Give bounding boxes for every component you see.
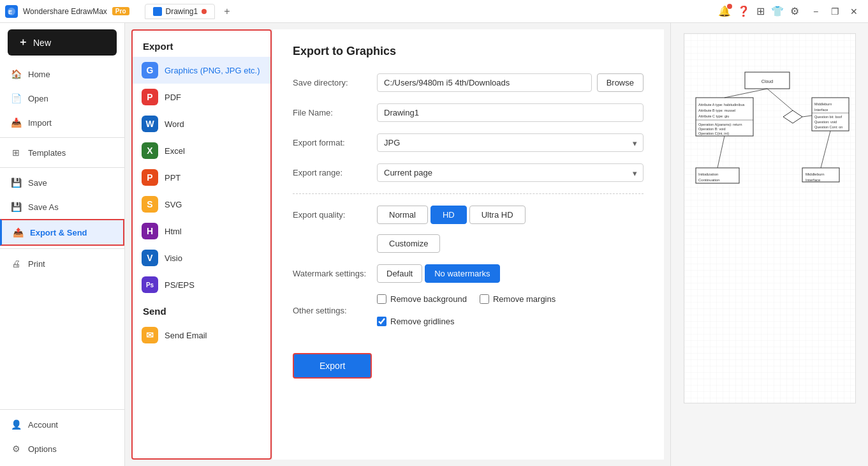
export-range-label: Export range: bbox=[293, 168, 369, 177]
file-name-input[interactable] bbox=[377, 103, 644, 122]
sidebar-item-templates[interactable]: ⊞ Templates bbox=[0, 140, 124, 165]
svg-text:Operation C(int, int): Operation C(int, int) bbox=[698, 132, 729, 135]
watermark-default-button[interactable]: Default bbox=[377, 264, 422, 283]
browse-button[interactable]: Browse bbox=[597, 73, 644, 92]
shirt-icon[interactable]: 👕 bbox=[771, 5, 784, 17]
sidebar-label-options: Options bbox=[28, 444, 57, 454]
toolbar-icons: 🔔 ❓ ⊞ 👕 ⚙ bbox=[718, 5, 799, 17]
visio-icon: V bbox=[142, 250, 158, 266]
word-icon: W bbox=[142, 116, 158, 132]
preview-pane: Cloud Attribute A type: habitudinibus At… bbox=[670, 23, 868, 466]
svg-text:Attribute A type: habitudinibu: Attribute A type: habitudinibus bbox=[698, 103, 745, 107]
remove-background-label: Remove background bbox=[377, 294, 467, 304]
svg-text:Operation A(params): return: Operation A(params): return bbox=[698, 123, 742, 126]
export-quality-row: Export quality: Normal HD Ultra HD Custo… bbox=[293, 206, 644, 253]
svg-text:Operation B: void: Operation B: void bbox=[698, 127, 726, 131]
sidebar-item-account[interactable]: 👤 Account bbox=[0, 412, 124, 437]
tab-label: Drawing1 bbox=[166, 7, 198, 16]
customize-btn-wrapper: Customize bbox=[377, 229, 440, 253]
save-as-icon: 💾 bbox=[10, 201, 22, 213]
export-item-word[interactable]: W Word bbox=[133, 110, 270, 137]
new-button[interactable]: ＋ New bbox=[8, 29, 117, 56]
quality-ultra-hd-button[interactable]: Ultra HD bbox=[469, 206, 526, 224]
export-item-html[interactable]: H Html bbox=[133, 218, 270, 244]
export-item-svg[interactable]: S SVG bbox=[133, 191, 270, 218]
settings-icon[interactable]: ⚙ bbox=[790, 5, 799, 17]
tab-icon bbox=[153, 7, 162, 16]
export-item-excel[interactable]: X Excel bbox=[133, 137, 270, 164]
quality-hd-button[interactable]: HD bbox=[430, 206, 467, 224]
export-button[interactable]: Export bbox=[293, 353, 372, 379]
send-item-email[interactable]: ✉ Send Email bbox=[133, 322, 270, 349]
sidebar-item-save[interactable]: 💾 Save bbox=[0, 170, 124, 195]
help-icon[interactable]: ❓ bbox=[737, 5, 750, 17]
svg-text:Attribute C type: giu: Attribute C type: giu bbox=[698, 114, 729, 118]
watermark-btn-group: Default No watermarks bbox=[377, 264, 644, 283]
close-button[interactable]: ✕ bbox=[845, 3, 863, 20]
main-layout: ＋ New 🏠 Home 📄 Open 📥 Import ⊞ Templates bbox=[0, 23, 868, 466]
sidebar-bottom: 👤 Account ⚙ Options bbox=[0, 407, 124, 466]
quality-btn-group: Normal HD Ultra HD bbox=[377, 206, 526, 224]
window-controls: − ❐ ✕ bbox=[807, 3, 863, 20]
customize-button[interactable]: Customize bbox=[377, 234, 440, 253]
active-tab[interactable]: Drawing1 bbox=[145, 4, 216, 19]
sidebar-divider-1 bbox=[0, 137, 124, 138]
sidebar-item-options[interactable]: ⚙ Options bbox=[0, 437, 124, 461]
sidebar-item-import[interactable]: 📥 Import bbox=[0, 110, 124, 135]
export-range-select[interactable]: Current page All pages Selected content bbox=[377, 163, 644, 182]
quality-normal-button[interactable]: Normal bbox=[377, 206, 428, 224]
sidebar-item-export-send[interactable]: 📤 Export & Send bbox=[0, 219, 124, 246]
maximize-button[interactable]: ❐ bbox=[826, 3, 844, 20]
sidebar-item-open[interactable]: 📄 Open bbox=[0, 86, 124, 110]
email-icon: ✉ bbox=[142, 327, 158, 343]
grid-icon[interactable]: ⊞ bbox=[756, 5, 765, 17]
account-icon: 👤 bbox=[10, 419, 22, 430]
export-range-row: Export range: Current page All pages Sel… bbox=[293, 163, 644, 182]
remove-background-checkbox[interactable] bbox=[377, 294, 386, 304]
svg-text:Continuation: Continuation bbox=[698, 178, 720, 182]
export-item-graphics[interactable]: G Graphics (PNG, JPG etc.) bbox=[133, 57, 270, 84]
svg-text:Middleburn: Middleburn bbox=[814, 102, 832, 106]
remove-margins-checkbox[interactable] bbox=[480, 294, 489, 304]
open-icon: 📄 bbox=[10, 93, 22, 104]
pseps-label: PS/EPS bbox=[165, 280, 195, 290]
sidebar-item-print[interactable]: 🖨 Print bbox=[0, 252, 124, 276]
minimize-button[interactable]: − bbox=[807, 3, 825, 20]
svg-text:Question bit: boof: Question bit: boof bbox=[814, 115, 842, 119]
remove-margins-text: Remove margins bbox=[493, 294, 555, 304]
visio-label: Visio bbox=[165, 253, 182, 263]
remove-gridlines-text: Remove gridlines bbox=[390, 317, 454, 326]
graphics-label: Graphics (PNG, JPG etc.) bbox=[165, 66, 260, 75]
sidebar-label-open: Open bbox=[28, 94, 48, 103]
watermark-none-button[interactable]: No watermarks bbox=[425, 264, 499, 283]
remove-gridlines-checkbox[interactable] bbox=[377, 317, 386, 326]
export-quality-label: Export quality: bbox=[293, 210, 369, 220]
send-section-title: Send bbox=[133, 298, 270, 322]
save-directory-row: Save directory: Browse bbox=[293, 73, 644, 92]
new-label: New bbox=[33, 38, 51, 48]
tab-unsaved-dot bbox=[202, 9, 207, 14]
export-quality-inner: Export quality: Normal HD Ultra HD bbox=[293, 206, 644, 224]
titlebar: E Wondershare EdrawMax Pro Drawing1 + 🔔 … bbox=[0, 0, 868, 23]
remove-margins-label: Remove margins bbox=[480, 294, 555, 304]
export-item-pdf[interactable]: P PDF bbox=[133, 84, 270, 110]
sidebar-label-save: Save bbox=[28, 178, 47, 188]
sidebar-item-home[interactable]: 🏠 Home bbox=[0, 62, 124, 86]
export-item-ppt[interactable]: P PPT bbox=[133, 164, 270, 191]
sidebar-item-save-as[interactable]: 💾 Save As bbox=[0, 195, 124, 219]
save-directory-input[interactable] bbox=[377, 73, 592, 92]
sidebar-label-import: Import bbox=[28, 118, 52, 128]
titlebar-left: E Wondershare EdrawMax Pro Drawing1 + bbox=[5, 4, 718, 19]
save-directory-control: Browse bbox=[377, 73, 644, 92]
svg-text:Middleburn: Middleburn bbox=[805, 172, 825, 176]
export-item-visio[interactable]: V Visio bbox=[133, 244, 270, 271]
svg-text:Interface: Interface bbox=[805, 178, 821, 182]
notification-icon[interactable]: 🔔 bbox=[718, 5, 731, 17]
export-format-select[interactable]: JPG PNG BMP SVG bbox=[377, 133, 644, 152]
export-item-pseps[interactable]: Ps PS/EPS bbox=[133, 271, 270, 298]
save-icon: 💾 bbox=[10, 177, 22, 188]
svg-text:E: E bbox=[8, 9, 12, 15]
sidebar-divider-2 bbox=[0, 167, 124, 168]
add-tab-button[interactable]: + bbox=[219, 6, 235, 17]
content-area: Export G Graphics (PNG, JPG etc.) P PDF … bbox=[125, 23, 868, 466]
